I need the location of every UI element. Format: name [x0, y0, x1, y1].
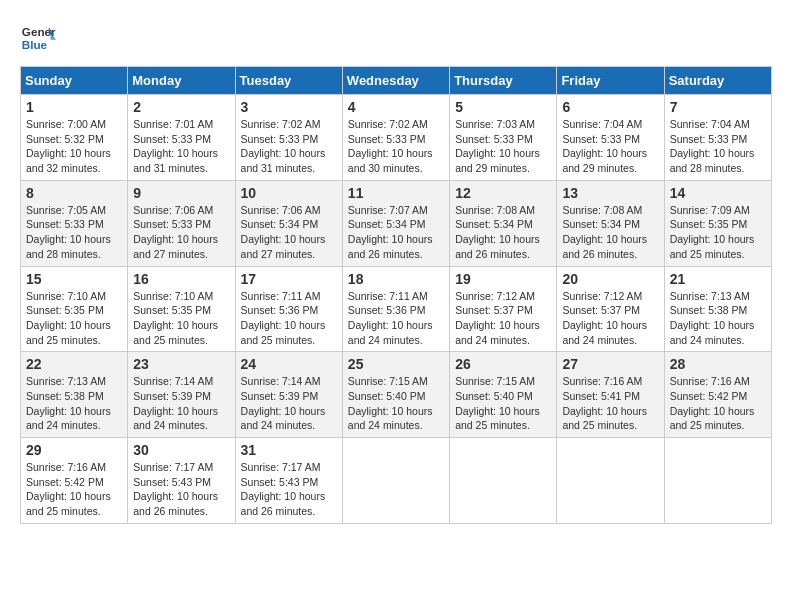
week-row-2: 8Sunrise: 7:05 AM Sunset: 5:33 PM Daylig… — [21, 180, 772, 266]
day-cell: 28Sunrise: 7:16 AM Sunset: 5:42 PM Dayli… — [664, 352, 771, 438]
day-number: 15 — [26, 271, 122, 287]
day-number: 3 — [241, 99, 337, 115]
col-header-sunday: Sunday — [21, 67, 128, 95]
day-number: 31 — [241, 442, 337, 458]
day-cell: 4Sunrise: 7:02 AM Sunset: 5:33 PM Daylig… — [342, 95, 449, 181]
day-info: Sunrise: 7:15 AM Sunset: 5:40 PM Dayligh… — [455, 374, 551, 433]
day-cell: 25Sunrise: 7:15 AM Sunset: 5:40 PM Dayli… — [342, 352, 449, 438]
day-cell: 5Sunrise: 7:03 AM Sunset: 5:33 PM Daylig… — [450, 95, 557, 181]
day-number: 12 — [455, 185, 551, 201]
day-cell: 31Sunrise: 7:17 AM Sunset: 5:43 PM Dayli… — [235, 438, 342, 524]
day-cell — [664, 438, 771, 524]
day-info: Sunrise: 7:06 AM Sunset: 5:33 PM Dayligh… — [133, 203, 229, 262]
svg-text:Blue: Blue — [22, 38, 48, 51]
day-number: 9 — [133, 185, 229, 201]
day-info: Sunrise: 7:13 AM Sunset: 5:38 PM Dayligh… — [670, 289, 766, 348]
day-info: Sunrise: 7:09 AM Sunset: 5:35 PM Dayligh… — [670, 203, 766, 262]
day-number: 11 — [348, 185, 444, 201]
day-info: Sunrise: 7:12 AM Sunset: 5:37 PM Dayligh… — [562, 289, 658, 348]
day-cell: 9Sunrise: 7:06 AM Sunset: 5:33 PM Daylig… — [128, 180, 235, 266]
day-number: 25 — [348, 356, 444, 372]
header-row: SundayMondayTuesdayWednesdayThursdayFrid… — [21, 67, 772, 95]
day-cell: 23Sunrise: 7:14 AM Sunset: 5:39 PM Dayli… — [128, 352, 235, 438]
week-row-5: 29Sunrise: 7:16 AM Sunset: 5:42 PM Dayli… — [21, 438, 772, 524]
day-info: Sunrise: 7:16 AM Sunset: 5:41 PM Dayligh… — [562, 374, 658, 433]
col-header-tuesday: Tuesday — [235, 67, 342, 95]
week-row-1: 1Sunrise: 7:00 AM Sunset: 5:32 PM Daylig… — [21, 95, 772, 181]
day-number: 26 — [455, 356, 551, 372]
col-header-wednesday: Wednesday — [342, 67, 449, 95]
day-number: 5 — [455, 99, 551, 115]
calendar-table: SundayMondayTuesdayWednesdayThursdayFrid… — [20, 66, 772, 524]
day-info: Sunrise: 7:16 AM Sunset: 5:42 PM Dayligh… — [26, 460, 122, 519]
day-number: 19 — [455, 271, 551, 287]
day-info: Sunrise: 7:03 AM Sunset: 5:33 PM Dayligh… — [455, 117, 551, 176]
day-number: 4 — [348, 99, 444, 115]
logo-icon: General Blue — [20, 20, 56, 56]
day-info: Sunrise: 7:12 AM Sunset: 5:37 PM Dayligh… — [455, 289, 551, 348]
day-cell: 21Sunrise: 7:13 AM Sunset: 5:38 PM Dayli… — [664, 266, 771, 352]
day-info: Sunrise: 7:08 AM Sunset: 5:34 PM Dayligh… — [455, 203, 551, 262]
day-cell: 10Sunrise: 7:06 AM Sunset: 5:34 PM Dayli… — [235, 180, 342, 266]
day-cell: 1Sunrise: 7:00 AM Sunset: 5:32 PM Daylig… — [21, 95, 128, 181]
day-cell — [557, 438, 664, 524]
day-info: Sunrise: 7:10 AM Sunset: 5:35 PM Dayligh… — [133, 289, 229, 348]
day-cell: 2Sunrise: 7:01 AM Sunset: 5:33 PM Daylig… — [128, 95, 235, 181]
day-number: 1 — [26, 99, 122, 115]
day-cell: 27Sunrise: 7:16 AM Sunset: 5:41 PM Dayli… — [557, 352, 664, 438]
day-info: Sunrise: 7:17 AM Sunset: 5:43 PM Dayligh… — [133, 460, 229, 519]
day-cell: 16Sunrise: 7:10 AM Sunset: 5:35 PM Dayli… — [128, 266, 235, 352]
day-number: 30 — [133, 442, 229, 458]
day-info: Sunrise: 7:11 AM Sunset: 5:36 PM Dayligh… — [241, 289, 337, 348]
day-info: Sunrise: 7:14 AM Sunset: 5:39 PM Dayligh… — [133, 374, 229, 433]
day-number: 7 — [670, 99, 766, 115]
day-number: 14 — [670, 185, 766, 201]
day-number: 27 — [562, 356, 658, 372]
day-cell: 13Sunrise: 7:08 AM Sunset: 5:34 PM Dayli… — [557, 180, 664, 266]
day-number: 10 — [241, 185, 337, 201]
day-cell: 30Sunrise: 7:17 AM Sunset: 5:43 PM Dayli… — [128, 438, 235, 524]
day-number: 28 — [670, 356, 766, 372]
day-cell: 19Sunrise: 7:12 AM Sunset: 5:37 PM Dayli… — [450, 266, 557, 352]
day-cell: 26Sunrise: 7:15 AM Sunset: 5:40 PM Dayli… — [450, 352, 557, 438]
day-info: Sunrise: 7:02 AM Sunset: 5:33 PM Dayligh… — [241, 117, 337, 176]
day-cell: 20Sunrise: 7:12 AM Sunset: 5:37 PM Dayli… — [557, 266, 664, 352]
day-number: 18 — [348, 271, 444, 287]
day-cell: 8Sunrise: 7:05 AM Sunset: 5:33 PM Daylig… — [21, 180, 128, 266]
day-number: 29 — [26, 442, 122, 458]
day-info: Sunrise: 7:01 AM Sunset: 5:33 PM Dayligh… — [133, 117, 229, 176]
day-cell: 22Sunrise: 7:13 AM Sunset: 5:38 PM Dayli… — [21, 352, 128, 438]
week-row-3: 15Sunrise: 7:10 AM Sunset: 5:35 PM Dayli… — [21, 266, 772, 352]
day-number: 23 — [133, 356, 229, 372]
day-info: Sunrise: 7:16 AM Sunset: 5:42 PM Dayligh… — [670, 374, 766, 433]
day-cell: 15Sunrise: 7:10 AM Sunset: 5:35 PM Dayli… — [21, 266, 128, 352]
col-header-saturday: Saturday — [664, 67, 771, 95]
col-header-friday: Friday — [557, 67, 664, 95]
day-info: Sunrise: 7:00 AM Sunset: 5:32 PM Dayligh… — [26, 117, 122, 176]
day-info: Sunrise: 7:04 AM Sunset: 5:33 PM Dayligh… — [670, 117, 766, 176]
day-number: 20 — [562, 271, 658, 287]
day-cell: 24Sunrise: 7:14 AM Sunset: 5:39 PM Dayli… — [235, 352, 342, 438]
day-info: Sunrise: 7:15 AM Sunset: 5:40 PM Dayligh… — [348, 374, 444, 433]
day-info: Sunrise: 7:08 AM Sunset: 5:34 PM Dayligh… — [562, 203, 658, 262]
day-number: 8 — [26, 185, 122, 201]
day-cell: 29Sunrise: 7:16 AM Sunset: 5:42 PM Dayli… — [21, 438, 128, 524]
day-number: 2 — [133, 99, 229, 115]
day-cell: 11Sunrise: 7:07 AM Sunset: 5:34 PM Dayli… — [342, 180, 449, 266]
day-info: Sunrise: 7:07 AM Sunset: 5:34 PM Dayligh… — [348, 203, 444, 262]
day-info: Sunrise: 7:14 AM Sunset: 5:39 PM Dayligh… — [241, 374, 337, 433]
col-header-thursday: Thursday — [450, 67, 557, 95]
day-cell: 7Sunrise: 7:04 AM Sunset: 5:33 PM Daylig… — [664, 95, 771, 181]
day-cell — [342, 438, 449, 524]
day-cell: 6Sunrise: 7:04 AM Sunset: 5:33 PM Daylig… — [557, 95, 664, 181]
day-number: 13 — [562, 185, 658, 201]
day-info: Sunrise: 7:17 AM Sunset: 5:43 PM Dayligh… — [241, 460, 337, 519]
day-cell: 12Sunrise: 7:08 AM Sunset: 5:34 PM Dayli… — [450, 180, 557, 266]
week-row-4: 22Sunrise: 7:13 AM Sunset: 5:38 PM Dayli… — [21, 352, 772, 438]
day-cell — [450, 438, 557, 524]
day-number: 17 — [241, 271, 337, 287]
day-cell: 18Sunrise: 7:11 AM Sunset: 5:36 PM Dayli… — [342, 266, 449, 352]
day-number: 22 — [26, 356, 122, 372]
logo: General Blue — [20, 20, 62, 56]
day-number: 6 — [562, 99, 658, 115]
